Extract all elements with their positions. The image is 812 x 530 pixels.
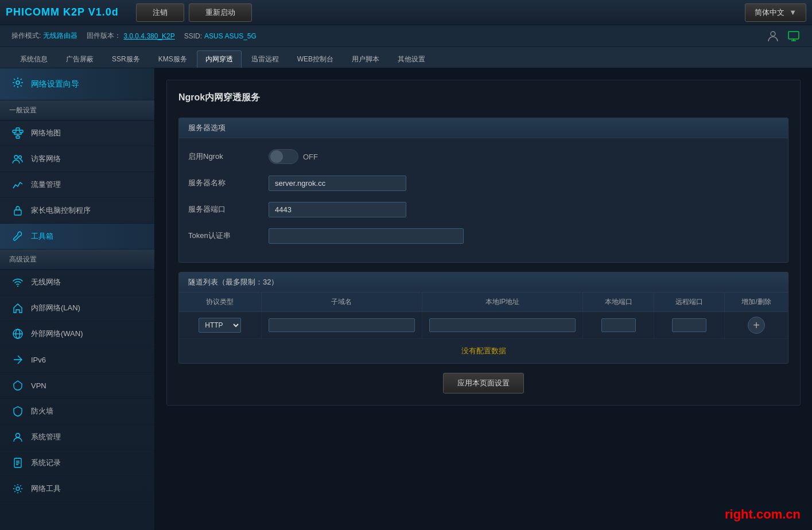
sidebar-item-netmap[interactable]: 网络地图: [0, 120, 154, 146]
app-logo: PHICOMM K2P V1.0d: [6, 6, 119, 18]
server-name-control: [269, 176, 406, 191]
protocol-select[interactable]: HTTP HTTPS TCP: [199, 318, 241, 333]
home-icon: [11, 302, 24, 314]
sidebar-item-ipv6[interactable]: IPv6: [0, 347, 154, 373]
token-input[interactable]: [269, 228, 464, 244]
content-wrapper: Ngrok内网穿透服务 服务器选项 启用Ngrok OFF: [166, 80, 801, 406]
token-label: Token认证串: [188, 231, 269, 241]
sidebar-wizard-label: 网络设置向导: [31, 79, 79, 89]
ngrok-toggle-control: OFF: [269, 149, 318, 164]
ssid-label: SSID:: [184, 32, 202, 40]
sidebar-item-lan[interactable]: 内部网络(LAN): [0, 295, 154, 321]
monitor-icon[interactable]: [787, 29, 801, 43]
sidebar-item-parental[interactable]: 家长电脑控制程序: [0, 198, 154, 224]
svg-rect-6: [16, 136, 20, 138]
tab-other[interactable]: 其他设置: [389, 50, 434, 68]
toolbox-label: 工具箱: [31, 231, 53, 241]
svg-point-13: [16, 434, 20, 438]
local-ip-cell: [422, 312, 582, 339]
general-settings-title: 一般设置: [0, 100, 154, 120]
ssid-value: ASUS ASUS_5G: [204, 32, 257, 40]
server-section-header: 服务器选项: [179, 118, 788, 138]
mode-label: 操作模式:: [11, 31, 41, 41]
traffic-label: 流量管理: [31, 180, 61, 190]
server-name-row: 服务器名称: [188, 174, 779, 192]
server-port-input[interactable]: [269, 202, 406, 217]
svg-rect-5: [20, 130, 23, 132]
remote-port-input[interactable]: [672, 318, 706, 332]
sidebar-item-sysmanage[interactable]: 系统管理: [0, 424, 154, 450]
tab-userscript[interactable]: 用户脚本: [343, 50, 388, 68]
lock-icon: [11, 204, 24, 217]
tab-xunlei[interactable]: 迅雷远程: [243, 50, 287, 68]
globe-icon: [11, 328, 24, 340]
server-name-input[interactable]: [269, 176, 406, 191]
ngrok-enable-row: 启用Ngrok OFF: [188, 147, 779, 166]
page-heading: Ngrok内网穿透服务: [178, 92, 788, 108]
tab-ngrok[interactable]: 内网穿透: [197, 50, 242, 68]
sidebar-item-wireless[interactable]: 无线网络: [0, 270, 154, 295]
ipv6-icon: [11, 353, 24, 366]
svg-rect-3: [13, 130, 16, 132]
watermark: right.com.cn: [725, 507, 801, 522]
guest-label: 访客网络: [31, 154, 61, 164]
col-actions: 增加/删除: [725, 293, 788, 312]
subdomain-input[interactable]: [269, 318, 415, 332]
toggle-track: [269, 149, 298, 164]
sidebar-item-vpn[interactable]: VPN: [0, 373, 154, 399]
parental-label: 家长电脑控制程序: [31, 205, 91, 216]
sidebar-item-nettool[interactable]: 网络工具: [0, 476, 154, 502]
sysmanage-icon: [11, 431, 24, 443]
add-row-button[interactable]: +: [748, 317, 765, 334]
token-control: [269, 228, 464, 244]
sidebar: 网络设置向导 一般设置 网络地图: [0, 68, 155, 530]
tab-adblock[interactable]: 广告屏蔽: [57, 50, 102, 68]
sidebar-item-guest[interactable]: 访客网络: [0, 146, 154, 172]
wifi-icon: [11, 276, 24, 289]
tab-sysinfo[interactable]: 系统信息: [11, 50, 56, 68]
apply-button[interactable]: 应用本页面设置: [443, 373, 524, 393]
gear-icon: [11, 76, 24, 92]
sidebar-item-traffic[interactable]: 流量管理: [0, 172, 154, 198]
tab-webui[interactable]: WEB控制台: [289, 50, 342, 68]
sidebar-item-toolbox[interactable]: 工具箱: [0, 224, 154, 250]
user-icon[interactable]: [766, 29, 780, 43]
sysmanage-label: 系统管理: [31, 432, 61, 442]
chevron-down-icon: ▼: [789, 8, 797, 17]
info-bar: 操作模式: 无线路由器 固件版本： 3.0.0.4.380_K2P SSID: …: [0, 25, 812, 47]
tunnel-list-section: 隧道列表（最多限制：32） 协议类型 子域名 本地IP地址 本地端口 远程端口 …: [178, 272, 788, 364]
sidebar-item-firewall[interactable]: 防火墙: [0, 399, 154, 424]
guest-icon: [11, 153, 24, 165]
restart-button[interactable]: 重新启动: [189, 3, 252, 22]
sidebar-item-wan[interactable]: 外部网络(WAN): [0, 321, 154, 347]
netmap-icon: [11, 127, 24, 139]
main-layout: 网络设置向导 一般设置 网络地图: [0, 68, 812, 530]
toggle-thumb: [270, 150, 283, 163]
toggle-off-label: OFF: [303, 153, 318, 161]
netmap-label: 网络地图: [31, 128, 61, 138]
wireless-label: 无线网络: [31, 277, 61, 287]
wrench-icon: [11, 230, 24, 243]
svg-point-7: [14, 155, 18, 159]
sidebar-item-network-wizard[interactable]: 网络设置向导: [0, 68, 154, 100]
tab-kms[interactable]: KMS服务: [150, 50, 196, 68]
ipv6-label: IPv6: [31, 356, 46, 364]
col-local-ip: 本地IP地址: [422, 293, 582, 312]
content-area: Ngrok内网穿透服务 服务器选项 启用Ngrok OFF: [155, 68, 812, 530]
add-delete-cell: +: [725, 312, 788, 339]
svg-point-10: [17, 286, 18, 287]
local-ip-input[interactable]: [429, 318, 576, 332]
mode-value: 无线路由器: [43, 31, 77, 41]
server-port-control: [269, 202, 406, 217]
logout-button[interactable]: 注销: [136, 3, 184, 22]
table-input-row: HTTP HTTPS TCP: [179, 312, 788, 339]
server-port-label: 服务器端口: [188, 204, 269, 215]
tab-ssr[interactable]: SSR服务: [103, 50, 149, 68]
ngrok-toggle[interactable]: OFF: [269, 149, 318, 164]
local-port-cell: [583, 312, 654, 339]
language-selector[interactable]: 简体中文 ▼: [745, 3, 806, 22]
shield-icon: [11, 405, 24, 418]
local-port-input[interactable]: [601, 318, 636, 332]
firmware-version[interactable]: 3.0.0.4.380_K2P: [123, 32, 174, 40]
sidebar-item-syslog[interactable]: 系统记录: [0, 450, 154, 476]
